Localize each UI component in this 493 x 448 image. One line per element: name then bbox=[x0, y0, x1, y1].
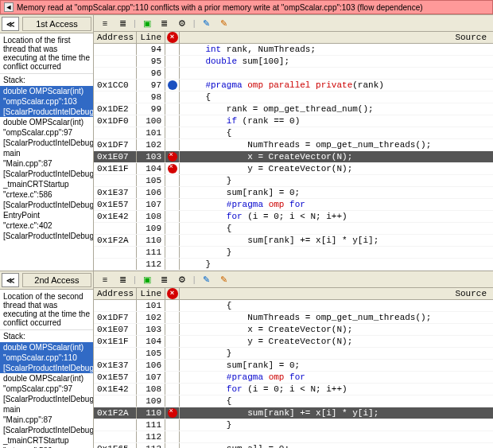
code-row[interactable]: 101 { bbox=[94, 300, 493, 312]
access-desc: Location of the second thread that was e… bbox=[0, 290, 93, 330]
cell-address: 0x1DF7 bbox=[94, 139, 137, 150]
stack-row[interactable]: double OMPScalar(int) bbox=[0, 342, 93, 353]
code-row[interactable]: 112 } bbox=[94, 259, 493, 271]
stack-row[interactable]: [ScalarProductIntelDebug.exe, 0 bbox=[0, 138, 93, 148]
db-icon[interactable]: ▣ bbox=[141, 273, 153, 286]
col-address[interactable]: Address bbox=[94, 288, 137, 299]
code-row[interactable]: 0x1E42 108 for (i = 0; i < N; i++) bbox=[94, 211, 493, 223]
stack-row[interactable]: double OMPScalar(int) bbox=[0, 86, 93, 96]
col-address[interactable]: Address bbox=[94, 32, 137, 43]
tool-icon[interactable]: ✎ bbox=[200, 17, 213, 29]
stack-row[interactable]: [ScalarProductIntelDebug.exe, 0 bbox=[0, 394, 93, 404]
stack-row[interactable]: "crtexe.c":586 bbox=[0, 189, 93, 200]
cell-source: sum[rank] = 0; bbox=[180, 360, 493, 371]
code-row[interactable]: 105 } bbox=[94, 348, 493, 360]
code-row[interactable]: 105 } bbox=[94, 175, 493, 187]
cell-address: 0x1E07 bbox=[94, 151, 137, 162]
stack-row[interactable]: [ScalarProductIntelDebug.exe, 0 bbox=[0, 425, 93, 435]
stack-row[interactable]: [ScalarProductIntelDebug.exe, 0 bbox=[0, 200, 93, 210]
code-row[interactable]: 98 { bbox=[94, 92, 493, 103]
code-row[interactable]: 111 } bbox=[94, 419, 493, 431]
code-row[interactable]: 96 bbox=[94, 68, 493, 80]
stack-row[interactable]: "Main.cpp":87 bbox=[0, 415, 93, 425]
error-icon bbox=[168, 152, 177, 162]
code-row[interactable]: 0x1E57 107 #pragma omp for bbox=[94, 372, 493, 384]
collapse-button[interactable]: ≪ bbox=[2, 17, 19, 31]
stack-row[interactable]: main bbox=[0, 404, 93, 415]
stack-row[interactable]: [ScalarProductIntelDebug.exe, 0 bbox=[0, 169, 93, 179]
code-row[interactable]: 0x1DE2 99 rank = omp_get_thread_num(); bbox=[94, 103, 493, 115]
code-row[interactable]: 0x1E07 103 x = CreateVector(N); bbox=[94, 324, 493, 336]
code-table[interactable]: Address Line × Source 101 { 0x1DF7 102 N… bbox=[94, 288, 493, 448]
stack-list[interactable]: double OMPScalar(int)"ompScalar.cpp":103… bbox=[0, 86, 93, 271]
code-row[interactable]: 0x1E37 106 sum[rank] = 0; bbox=[94, 360, 493, 372]
code-row[interactable]: 112 bbox=[94, 431, 493, 443]
stack-row[interactable]: double OMPScalar(int) bbox=[0, 117, 93, 127]
outdent-icon[interactable]: ≡ bbox=[99, 273, 111, 286]
outdent-icon[interactable]: ≡ bbox=[99, 17, 111, 29]
indent-icon[interactable]: ≣ bbox=[116, 273, 129, 286]
stack-row[interactable]: "ompScalar.cpp":97 bbox=[0, 127, 93, 138]
cell-gutter bbox=[165, 407, 180, 419]
code-row[interactable]: 0x1F65 113 sum_all = 0; bbox=[94, 443, 493, 448]
stack-row[interactable]: _tmainCRTStartup bbox=[0, 435, 93, 446]
code-table[interactable]: Address Line × Source 94 int rank, NumTh… bbox=[94, 32, 493, 271]
col-source[interactable]: Source bbox=[180, 32, 493, 43]
code-row[interactable]: 111 } bbox=[94, 247, 493, 259]
code-row[interactable]: 109 { bbox=[94, 395, 493, 407]
code-row[interactable]: 94 int rank, NumThreads; bbox=[94, 44, 493, 56]
prev-error-button[interactable]: ◄ bbox=[4, 2, 14, 12]
stack-row[interactable]: [ScalarProductIntelDebug.exe, 0 bbox=[0, 231, 93, 241]
breakpoint-icon bbox=[168, 80, 177, 90]
code-row[interactable]: 109 { bbox=[94, 223, 493, 235]
code-row[interactable]: 0x1E1F 104 y = CreateVector(N); bbox=[94, 336, 493, 348]
code-row[interactable]: 0x1DF7 102 NumThreads = omp_get_num_thre… bbox=[94, 312, 493, 324]
code-row[interactable]: 0x1E57 107 #pragma omp for bbox=[94, 199, 493, 211]
cfg-icon[interactable]: ⚙ bbox=[176, 17, 188, 29]
cell-source: y = CreateVector(N); bbox=[180, 336, 493, 347]
code-row[interactable]: 0x1E42 108 for (i = 0; i < N; i++) bbox=[94, 384, 493, 395]
stack-row[interactable]: "crtexe.c":402 bbox=[0, 220, 93, 231]
cell-line: 108 bbox=[137, 384, 165, 395]
stack-row[interactable]: "ompScalar.cpp":97 bbox=[0, 384, 93, 394]
stack-row[interactable]: main bbox=[0, 148, 93, 158]
cell-source: } bbox=[180, 348, 493, 359]
code-row[interactable]: 95 double sum[100]; bbox=[94, 56, 493, 68]
stack-row[interactable]: "Main.cpp":87 bbox=[0, 158, 93, 169]
cell-line: 101 bbox=[137, 300, 165, 311]
close-icon[interactable]: × bbox=[167, 288, 178, 299]
stack-row[interactable]: _tmainCRTStartup bbox=[0, 179, 93, 189]
tool-icon[interactable]: ✎ bbox=[200, 273, 213, 286]
code-row[interactable]: 101 { bbox=[94, 127, 493, 139]
nav-icon[interactable]: ≣ bbox=[158, 273, 171, 286]
close-icon[interactable]: × bbox=[167, 32, 178, 43]
stack-row[interactable]: [ScalarProductIntelDebug.exe, 0 bbox=[0, 363, 93, 373]
stack-row[interactable]: [ScalarProductIntelDebug.exe, 0 bbox=[0, 107, 93, 117]
code-row[interactable]: 0x1E07 103 x = CreateVector(N); bbox=[94, 151, 493, 163]
stack-row[interactable]: "ompScalar.cpp":110 bbox=[0, 353, 93, 363]
nav-icon[interactable]: ≣ bbox=[158, 17, 171, 29]
col-line[interactable]: Line bbox=[137, 32, 165, 43]
code-row[interactable]: 0x1DF7 102 NumThreads = omp_get_num_thre… bbox=[94, 139, 493, 151]
stack-list[interactable]: double OMPScalar(int)"ompScalar.cpp":110… bbox=[0, 342, 93, 448]
stack-row[interactable]: EntryPoint bbox=[0, 210, 93, 220]
tool2-icon[interactable]: ✎ bbox=[218, 273, 231, 286]
code-row[interactable]: 0x1CC0 97 #pragma omp parallel private(r… bbox=[94, 80, 493, 92]
stack-row[interactable]: "ompScalar.cpp":103 bbox=[0, 96, 93, 107]
stack-row[interactable]: double OMPScalar(int) bbox=[0, 373, 93, 384]
code-row[interactable]: 0x1F2A 110 sum[rank] += x[i] * y[i]; bbox=[94, 407, 493, 419]
code-row[interactable]: 0x1E37 106 sum[rank] = 0; bbox=[94, 187, 493, 199]
code-header: Address Line × Source bbox=[94, 32, 493, 44]
code-row[interactable]: 0x1E1F 104 y = CreateVector(N); bbox=[94, 163, 493, 175]
collapse-button[interactable]: ≪ bbox=[2, 273, 19, 287]
code-row[interactable]: 0x1DF0 100 if (rank == 0) bbox=[94, 115, 493, 127]
cfg-icon[interactable]: ⚙ bbox=[176, 273, 188, 286]
tool2-icon[interactable]: ✎ bbox=[218, 17, 231, 29]
col-source[interactable]: Source bbox=[180, 288, 493, 299]
cell-line: 112 bbox=[137, 431, 165, 442]
col-line[interactable]: Line bbox=[137, 288, 165, 299]
db-icon[interactable]: ▣ bbox=[141, 17, 153, 29]
code-row[interactable]: 0x1F2A 110 sum[rank] += x[i] * y[i]; bbox=[94, 235, 493, 247]
cell-address bbox=[94, 395, 137, 407]
indent-icon[interactable]: ≣ bbox=[116, 17, 129, 29]
